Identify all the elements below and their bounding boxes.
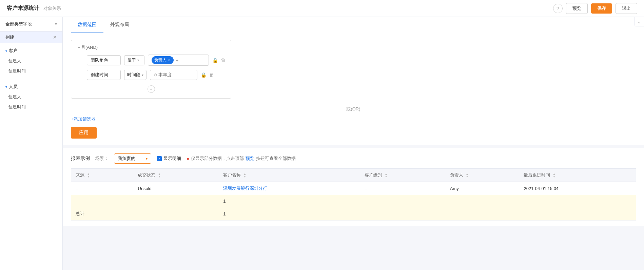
warning-text: 仅显示部分数据，点击顶部 <box>191 155 244 162</box>
table-row: -- Unsold 深圳发展银行深圳分行 -- Amy 2021-04-01 1… <box>71 182 636 195</box>
sidebar-item-people-created-time[interactable]: 创建时间 <box>0 102 62 112</box>
total-label: 总计 <box>71 207 133 221</box>
sidebar-close-icon[interactable]: ✕ <box>53 35 57 40</box>
tabs-bar: 数据范围 外观布局 <box>63 17 644 33</box>
tab-appearance[interactable]: 外观布局 <box>103 17 136 33</box>
subtotal-last-follow <box>519 195 636 207</box>
filter-row-2: 创建时间 时间段 ▾ ⊙ 本年度 🔒 <box>77 70 226 80</box>
filter-value-2[interactable]: ⊙ 本年度 <box>150 70 197 80</box>
sort-icons-customer-level[interactable]: ▲ ▼ <box>385 173 388 178</box>
sidebar-group-arrow-people-icon: ▾ <box>5 85 7 89</box>
detail-checkbox[interactable]: ✓ 显示明细 <box>157 155 181 162</box>
sort-down-deal-icon: ▼ <box>158 175 161 178</box>
filter-add-condition-row: + <box>77 84 226 94</box>
detail-checkbox-box: ✓ <box>157 156 162 161</box>
cell-customer-level: -- <box>360 182 445 195</box>
filter-logic-row: －且(AND) <box>77 44 226 50</box>
content-wrapper: 数据范围 外观布局 －且(AND) <box>63 17 644 270</box>
main-layout: 全部类型字段 ▾ 创建 ✕ ▾ 客户 创建人 创建时间 ▾ 人员 <box>0 17 644 270</box>
sidebar-group-arrow-customers-icon: ▾ <box>5 49 7 53</box>
cell-customer-name: 深圳发展银行深圳分行 <box>218 182 360 195</box>
filter-logic-label[interactable]: －且(AND) <box>77 44 98 50</box>
filter-row-1-actions: 🔒 🗑 <box>212 58 226 63</box>
filter-row-2-actions: 🔒 🗑 <box>201 72 214 78</box>
sort-icons-customer-name[interactable]: ▲ ▼ <box>243 173 246 178</box>
customer-name-link[interactable]: 深圳发展银行深圳分行 <box>223 186 267 191</box>
sidebar-create-header: 创建 ✕ <box>0 32 62 43</box>
cell-owner: Amy <box>445 182 519 195</box>
or-divider-label: 或(OR) <box>346 106 360 111</box>
sidebar-item-customer-creator[interactable]: 创建人 <box>0 56 62 66</box>
filter-add-condition-button[interactable]: + <box>148 85 155 93</box>
sidebar-section-title-customers: 客户 <box>9 48 18 54</box>
page-subtitle: 对象关系 <box>43 5 61 12</box>
warning-suffix: 按钮可查看全部数据 <box>256 155 296 162</box>
col-header-last-follow: 最后跟进时间 ▲ ▼ <box>519 169 636 182</box>
sidebar-item-customer-created-time[interactable]: 创建时间 <box>0 66 62 76</box>
sort-icons-deal-status[interactable]: ▲ ▼ <box>158 173 161 178</box>
col-header-customer-name: 客户名称 ▲ ▼ <box>218 169 360 182</box>
filter-row-2-lock-icon[interactable]: 🔒 <box>201 72 207 78</box>
or-divider: 或(OR) <box>71 102 636 116</box>
sort-icons-source[interactable]: ▲ ▼ <box>87 173 90 178</box>
report-section: 报表示例 场景： 我负责的 ▾ ✓ 显示明细 ● 仅显示部分数据，点击 <box>63 148 644 226</box>
apply-button[interactable]: 应用 <box>71 127 97 139</box>
scene-select[interactable]: 我负责的 ▾ <box>114 153 151 164</box>
top-header: 客户来源统计 对象关系 ? 预览 保存 退出 <box>0 0 644 17</box>
col-header-owner: 负责人 ▲ ▼ <box>445 169 519 182</box>
sidebar-section-header-customers[interactable]: ▾ 客户 <box>0 46 62 56</box>
sort-down-source-icon: ▼ <box>87 175 90 178</box>
filter-row-2-delete-icon[interactable]: 🗑 <box>209 72 214 78</box>
sidebar-type-selector[interactable]: 全部类型字段 ▾ <box>0 17 62 32</box>
filter-operator-2-label: 时间段 <box>127 72 140 78</box>
tab-data-range[interactable]: 数据范围 <box>71 17 103 33</box>
apply-button-wrapper: 应用 <box>71 127 636 139</box>
subtotal-row: 1 <box>71 195 636 207</box>
sort-down-owner-icon: ▼ <box>466 175 468 178</box>
warning-hint: ● 仅显示部分数据，点击顶部 预览 按钮可查看全部数据 <box>187 155 296 162</box>
collapse-area: ⌃ <box>635 17 644 26</box>
sort-down-level-icon: ▼ <box>385 175 388 178</box>
sidebar-item-people-creator[interactable]: 创建人 <box>0 92 62 102</box>
cell-last-follow: 2021-04-01 15:04 <box>519 182 636 195</box>
scene-label: 场景： <box>95 155 109 162</box>
col-header-deal-status: 成交状态 ▲ ▼ <box>133 169 218 182</box>
scene-select-arrow-icon: ▾ <box>146 157 148 161</box>
report-title: 报表示例 <box>71 155 90 162</box>
filter-field-1[interactable]: 团队角色 <box>87 55 121 65</box>
filter-value-1-container[interactable]: 负责人 ✕ + <box>148 55 209 66</box>
filter-row-1: 团队角色 属于 ▾ 负责人 ✕ + <box>77 55 226 66</box>
sort-icons-owner[interactable]: ▲ ▼ <box>466 173 468 178</box>
scene-select-value: 我负责的 <box>118 155 135 162</box>
sidebar-section-title-people: 人员 <box>9 84 18 90</box>
collapse-icon: ⌃ <box>638 19 641 24</box>
add-filter-link[interactable]: +添加筛选器 <box>71 116 96 122</box>
exit-button[interactable]: 退出 <box>616 3 637 14</box>
sort-icons-last-follow[interactable]: ▲ ▼ <box>553 173 555 178</box>
filter-field-2[interactable]: 创建时间 <box>87 70 121 80</box>
filter-value-tag-1-close-icon[interactable]: ✕ <box>168 58 171 62</box>
header-left: 客户来源统计 对象关系 <box>7 5 61 12</box>
help-button[interactable]: ? <box>553 4 563 13</box>
filter-value-add-icon[interactable]: + <box>176 58 178 63</box>
warning-preview-link[interactable]: 预览 <box>246 155 254 162</box>
cell-deal-status: Unsold <box>133 182 218 195</box>
filter-row-1-lock-icon[interactable]: 🔒 <box>212 58 218 63</box>
subtotal-source <box>71 195 133 207</box>
filter-section: －且(AND) 团队角色 属于 ▾ <box>63 33 644 145</box>
total-owner <box>445 207 519 221</box>
filter-value-2-clock-icon: ⊙ <box>154 72 157 77</box>
save-button[interactable]: 保存 <box>591 3 612 14</box>
sidebar: 全部类型字段 ▾ 创建 ✕ ▾ 客户 创建人 创建时间 ▾ 人员 <box>0 17 63 270</box>
subtotal-customer-name: 1 <box>218 195 360 207</box>
report-header: 报表示例 场景： 我负责的 ▾ ✓ 显示明细 ● 仅显示部分数据，点击 <box>71 153 636 164</box>
collapse-button[interactable]: ⌃ <box>635 17 644 26</box>
sidebar-section-header-people[interactable]: ▾ 人员 <box>0 82 62 92</box>
filter-operator-2[interactable]: 时间段 ▾ <box>124 70 147 80</box>
filter-operator-1[interactable]: 属于 ▾ <box>124 55 144 65</box>
filter-operator-1-arrow-icon: ▾ <box>137 58 139 62</box>
preview-button[interactable]: 预览 <box>566 3 588 14</box>
filter-value-tag-1-label: 负责人 <box>154 57 167 63</box>
sidebar-create-label: 创建 <box>5 34 14 40</box>
filter-row-1-delete-icon[interactable]: 🗑 <box>221 58 226 63</box>
